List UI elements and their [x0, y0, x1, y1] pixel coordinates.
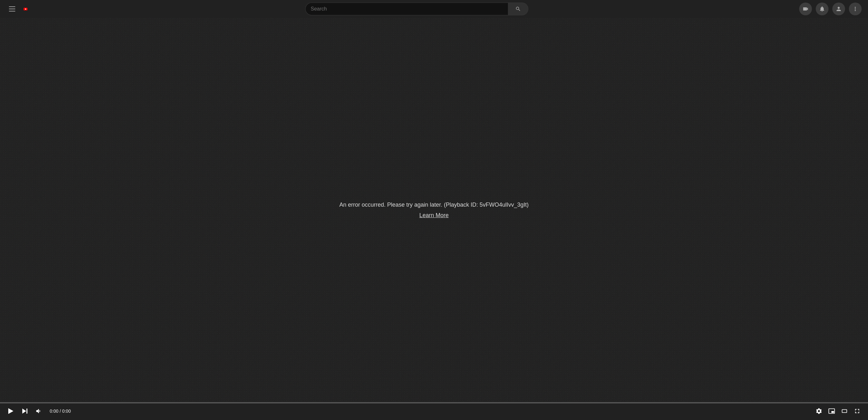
person-icon	[836, 6, 842, 12]
main-content: An error occurred. Please try again late…	[0, 18, 868, 420]
dots-icon	[852, 6, 859, 12]
bell-icon	[819, 6, 825, 12]
progress-bar-container[interactable]	[0, 402, 868, 403]
next-icon	[22, 409, 27, 414]
settings-icon	[815, 408, 823, 415]
volume-button[interactable]	[33, 405, 44, 417]
volume-icon	[35, 408, 42, 415]
learn-more-link[interactable]: Learn More	[419, 212, 449, 219]
miniplayer-button[interactable]	[826, 405, 837, 417]
navbar-left	[6, 4, 34, 14]
search-button[interactable]	[508, 3, 528, 15]
right-controls	[813, 405, 863, 417]
hamburger-menu-icon[interactable]	[6, 4, 18, 14]
search-wrapper	[305, 3, 508, 15]
play-button[interactable]	[5, 405, 17, 417]
search-area	[305, 3, 528, 15]
error-text: An error occurred. Please try again late…	[339, 201, 529, 208]
theater-mode-button[interactable]	[839, 405, 850, 417]
fullscreen-icon	[854, 408, 861, 415]
navbar-right	[799, 3, 862, 15]
create-button[interactable]	[799, 3, 812, 15]
navbar	[0, 0, 868, 18]
youtube-logo[interactable]	[24, 5, 34, 13]
theater-mode-icon	[841, 408, 848, 415]
video-player[interactable]: An error occurred. Please try again late…	[0, 18, 868, 402]
player-controls: 0:00 / 0:00	[0, 402, 868, 420]
next-button[interactable]	[19, 405, 31, 417]
more-options-button[interactable]	[849, 3, 862, 15]
video-camera-icon	[802, 6, 809, 12]
account-button[interactable]	[832, 3, 845, 15]
search-input[interactable]	[305, 3, 508, 15]
notifications-button[interactable]	[816, 3, 829, 15]
time-display: 0:00 / 0:00	[47, 409, 73, 414]
miniplayer-icon	[828, 408, 835, 415]
search-icon	[515, 6, 521, 12]
settings-button[interactable]	[813, 405, 825, 417]
error-message-container: An error occurred. Please try again late…	[339, 201, 529, 219]
fullscreen-button[interactable]	[851, 405, 863, 417]
play-icon	[8, 408, 13, 414]
youtube-logo-icon	[24, 5, 34, 13]
